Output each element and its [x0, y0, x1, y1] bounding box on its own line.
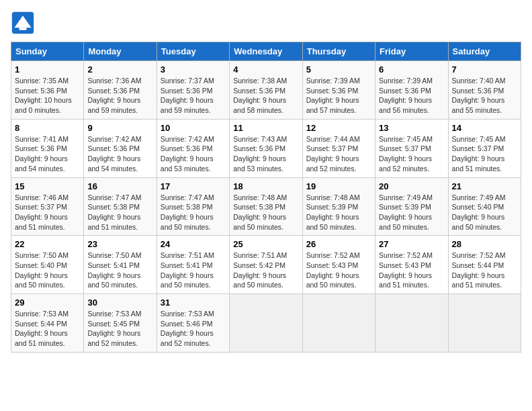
day-detail: Sunrise: 7:50 AM Sunset: 5:40 PM Dayligh…	[15, 250, 80, 290]
day-cell: 22 Sunrise: 7:50 AM Sunset: 5:40 PM Dayl…	[11, 236, 84, 294]
col-header-thursday: Thursday	[302, 42, 375, 61]
day-number: 27	[379, 239, 444, 249]
day-cell: 27 Sunrise: 7:52 AM Sunset: 5:43 PM Dayl…	[375, 236, 448, 294]
day-cell: 20 Sunrise: 7:49 AM Sunset: 5:39 PM Dayl…	[375, 177, 448, 236]
day-number: 5	[306, 64, 371, 75]
day-number: 24	[161, 239, 226, 249]
svg-rect-2	[19, 28, 27, 30]
day-detail: Sunrise: 7:49 AM Sunset: 5:39 PM Dayligh…	[379, 193, 444, 232]
day-number: 7	[452, 64, 517, 75]
day-cell: 12 Sunrise: 7:44 AM Sunset: 5:37 PM Dayl…	[302, 119, 375, 177]
day-detail: Sunrise: 7:44 AM Sunset: 5:37 PM Dayligh…	[306, 134, 371, 174]
day-cell: 17 Sunrise: 7:47 AM Sunset: 5:38 PM Dayl…	[157, 177, 229, 236]
day-cell: 26 Sunrise: 7:52 AM Sunset: 5:43 PM Dayl…	[302, 236, 375, 294]
day-cell: 5 Sunrise: 7:39 AM Sunset: 5:36 PM Dayli…	[302, 61, 375, 120]
day-detail: Sunrise: 7:48 AM Sunset: 5:38 PM Dayligh…	[233, 193, 298, 232]
day-detail: Sunrise: 7:49 AM Sunset: 5:40 PM Dayligh…	[452, 193, 517, 232]
day-number: 21	[452, 181, 517, 191]
day-detail: Sunrise: 7:47 AM Sunset: 5:38 PM Dayligh…	[87, 193, 152, 232]
day-detail: Sunrise: 7:53 AM Sunset: 5:45 PM Dayligh…	[87, 309, 152, 349]
day-cell: 29 Sunrise: 7:53 AM Sunset: 5:44 PM Dayl…	[11, 294, 84, 353]
day-cell: 30 Sunrise: 7:53 AM Sunset: 5:45 PM Dayl…	[84, 294, 157, 353]
day-cell	[448, 294, 521, 353]
day-detail: Sunrise: 7:53 AM Sunset: 5:44 PM Dayligh…	[15, 309, 80, 349]
day-cell	[302, 294, 375, 353]
day-detail: Sunrise: 7:52 AM Sunset: 5:43 PM Dayligh…	[306, 250, 371, 290]
day-cell: 21 Sunrise: 7:49 AM Sunset: 5:40 PM Dayl…	[448, 177, 521, 236]
col-header-monday: Monday	[84, 42, 157, 61]
week-row-1: 1 Sunrise: 7:35 AM Sunset: 5:36 PM Dayli…	[11, 61, 521, 120]
day-cell: 18 Sunrise: 7:48 AM Sunset: 5:38 PM Dayl…	[230, 177, 302, 236]
day-cell: 2 Sunrise: 7:36 AM Sunset: 5:36 PM Dayli…	[84, 61, 157, 120]
day-detail: Sunrise: 7:37 AM Sunset: 5:36 PM Dayligh…	[161, 76, 226, 116]
day-number: 2	[87, 64, 152, 75]
day-cell: 13 Sunrise: 7:45 AM Sunset: 5:37 PM Dayl…	[375, 119, 448, 177]
day-number: 26	[306, 239, 371, 249]
week-row-2: 8 Sunrise: 7:41 AM Sunset: 5:36 PM Dayli…	[11, 119, 521, 177]
day-detail: Sunrise: 7:46 AM Sunset: 5:37 PM Dayligh…	[15, 193, 80, 232]
day-detail: Sunrise: 7:35 AM Sunset: 5:36 PM Dayligh…	[15, 76, 80, 116]
day-cell: 15 Sunrise: 7:46 AM Sunset: 5:37 PM Dayl…	[11, 177, 84, 236]
col-header-sunday: Sunday	[11, 42, 84, 61]
day-detail: Sunrise: 7:53 AM Sunset: 5:46 PM Dayligh…	[161, 309, 226, 349]
week-row-5: 29 Sunrise: 7:53 AM Sunset: 5:44 PM Dayl…	[11, 294, 521, 353]
day-number: 28	[452, 239, 517, 249]
day-cell: 10 Sunrise: 7:42 AM Sunset: 5:36 PM Dayl…	[157, 119, 229, 177]
day-detail: Sunrise: 7:38 AM Sunset: 5:36 PM Dayligh…	[233, 76, 298, 116]
day-cell	[375, 294, 448, 353]
day-number: 16	[87, 181, 152, 191]
day-number: 9	[87, 123, 152, 133]
day-detail: Sunrise: 7:42 AM Sunset: 5:36 PM Dayligh…	[87, 134, 152, 174]
day-number: 12	[306, 123, 371, 133]
day-cell: 16 Sunrise: 7:47 AM Sunset: 5:38 PM Dayl…	[84, 177, 157, 236]
day-number: 22	[15, 239, 80, 249]
day-number: 1	[15, 64, 80, 75]
day-number: 6	[379, 64, 444, 75]
day-number: 31	[161, 298, 226, 308]
day-cell: 4 Sunrise: 7:38 AM Sunset: 5:36 PM Dayli…	[230, 61, 302, 120]
day-detail: Sunrise: 7:51 AM Sunset: 5:41 PM Dayligh…	[161, 250, 226, 290]
day-number: 10	[161, 123, 226, 133]
day-cell: 19 Sunrise: 7:48 AM Sunset: 5:39 PM Dayl…	[302, 177, 375, 236]
day-cell: 25 Sunrise: 7:51 AM Sunset: 5:42 PM Dayl…	[230, 236, 302, 294]
day-detail: Sunrise: 7:52 AM Sunset: 5:44 PM Dayligh…	[452, 250, 517, 290]
col-header-saturday: Saturday	[448, 42, 521, 61]
day-detail: Sunrise: 7:50 AM Sunset: 5:41 PM Dayligh…	[87, 250, 152, 290]
day-number: 14	[452, 123, 517, 133]
day-cell: 8 Sunrise: 7:41 AM Sunset: 5:36 PM Dayli…	[11, 119, 84, 177]
day-detail: Sunrise: 7:40 AM Sunset: 5:36 PM Dayligh…	[452, 76, 517, 116]
day-number: 30	[87, 298, 152, 308]
day-detail: Sunrise: 7:51 AM Sunset: 5:42 PM Dayligh…	[233, 250, 298, 290]
day-cell: 7 Sunrise: 7:40 AM Sunset: 5:36 PM Dayli…	[448, 61, 521, 120]
day-number: 23	[87, 239, 152, 249]
day-detail: Sunrise: 7:47 AM Sunset: 5:38 PM Dayligh…	[161, 193, 226, 232]
header-row: SundayMondayTuesdayWednesdayThursdayFrid…	[11, 42, 521, 61]
day-cell: 31 Sunrise: 7:53 AM Sunset: 5:46 PM Dayl…	[157, 294, 229, 353]
day-cell: 1 Sunrise: 7:35 AM Sunset: 5:36 PM Dayli…	[11, 61, 84, 120]
day-detail: Sunrise: 7:42 AM Sunset: 5:36 PM Dayligh…	[161, 134, 226, 174]
day-cell	[230, 294, 302, 353]
day-cell: 28 Sunrise: 7:52 AM Sunset: 5:44 PM Dayl…	[448, 236, 521, 294]
day-number: 19	[306, 181, 371, 191]
day-number: 4	[233, 64, 298, 75]
day-number: 18	[233, 181, 298, 191]
col-header-friday: Friday	[375, 42, 448, 61]
day-detail: Sunrise: 7:39 AM Sunset: 5:36 PM Dayligh…	[306, 76, 371, 116]
day-detail: Sunrise: 7:43 AM Sunset: 5:36 PM Dayligh…	[233, 134, 298, 174]
day-number: 13	[379, 123, 444, 133]
day-number: 25	[233, 239, 298, 249]
day-number: 20	[379, 181, 444, 191]
day-cell: 9 Sunrise: 7:42 AM Sunset: 5:36 PM Dayli…	[84, 119, 157, 177]
day-detail: Sunrise: 7:52 AM Sunset: 5:43 PM Dayligh…	[379, 250, 444, 290]
day-cell: 11 Sunrise: 7:43 AM Sunset: 5:36 PM Dayl…	[230, 119, 302, 177]
day-number: 15	[15, 181, 80, 191]
day-number: 29	[15, 298, 80, 308]
week-row-4: 22 Sunrise: 7:50 AM Sunset: 5:40 PM Dayl…	[11, 236, 521, 294]
logo-icon	[11, 11, 35, 35]
day-detail: Sunrise: 7:36 AM Sunset: 5:36 PM Dayligh…	[87, 76, 152, 116]
day-cell: 6 Sunrise: 7:39 AM Sunset: 5:36 PM Dayli…	[375, 61, 448, 120]
day-detail: Sunrise: 7:45 AM Sunset: 5:37 PM Dayligh…	[452, 134, 517, 174]
day-cell: 14 Sunrise: 7:45 AM Sunset: 5:37 PM Dayl…	[448, 119, 521, 177]
day-cell: 3 Sunrise: 7:37 AM Sunset: 5:36 PM Dayli…	[157, 61, 229, 120]
day-detail: Sunrise: 7:48 AM Sunset: 5:39 PM Dayligh…	[306, 193, 371, 232]
